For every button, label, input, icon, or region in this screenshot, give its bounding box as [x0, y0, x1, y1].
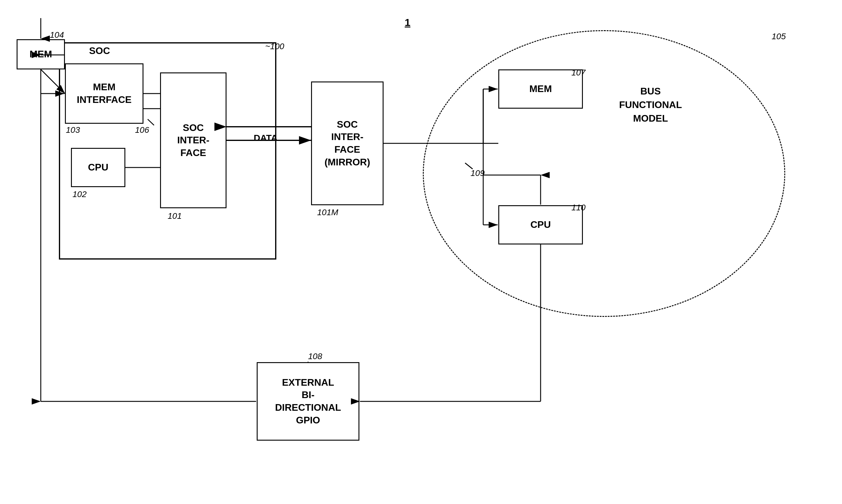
- ref-105: 105: [772, 32, 786, 41]
- ref-101m: 101M: [317, 208, 338, 217]
- ref-109: 109: [471, 168, 485, 178]
- mem-external-block: MEM: [17, 39, 65, 69]
- external-gpio-label: EXTERNALBI-DIRECTIONALGPIO: [275, 376, 341, 427]
- cpu-bfm-label: CPU: [530, 218, 551, 231]
- ref-103: 103: [66, 125, 80, 135]
- ref-106: 106: [135, 125, 149, 135]
- cpu-soc-label: CPU: [88, 161, 108, 174]
- ref-110: 110: [572, 203, 585, 213]
- cpu-soc-block: CPU: [71, 148, 125, 187]
- bfm-label: BUSFUNCTIONALMODEL: [619, 85, 682, 125]
- data-label: DATA: [254, 133, 278, 143]
- ref-104: 104: [50, 30, 64, 40]
- ref-100: ~100: [265, 42, 284, 51]
- ref-101: 101: [168, 211, 182, 221]
- external-gpio-block: EXTERNALBI-DIRECTIONALGPIO: [257, 362, 359, 440]
- soc-interface-mirror-block: SOCINTER-FACE(MIRROR): [311, 82, 384, 205]
- diagram-title: 1: [405, 17, 410, 29]
- soc-interface-block: SOCINTER-FACE: [160, 72, 227, 208]
- mem-external-label: MEM: [30, 48, 52, 61]
- mem-bfm-label: MEM: [529, 83, 552, 95]
- soc-interface-label: SOCINTER-FACE: [177, 122, 210, 159]
- cpu-bfm-block: CPU: [498, 205, 583, 245]
- ref-108: 108: [308, 352, 322, 361]
- mem-interface-label: MEMINTERFACE: [77, 81, 131, 106]
- diagram: 1 SOC ~100 MEM 104 MEMINTERFACE 103 106 …: [0, 0, 842, 504]
- ref-107: 107: [572, 68, 585, 77]
- mem-interface-block: MEMINTERFACE: [65, 64, 143, 124]
- soc-label: SOC: [89, 45, 110, 56]
- soc-interface-mirror-label: SOCINTER-FACE(MIRROR): [324, 118, 370, 168]
- mem-bfm-block: MEM: [498, 69, 583, 109]
- ref-102: 102: [72, 190, 87, 199]
